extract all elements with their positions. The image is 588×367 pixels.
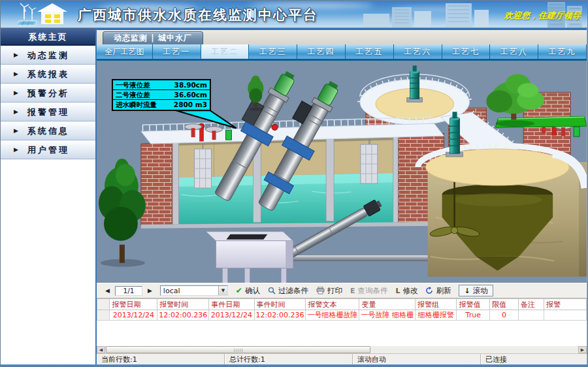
table-cell: 12:02:00.236 (254, 310, 306, 321)
measurement-row: 二号液位差36.60cm (113, 90, 210, 100)
table-cell: 0 (490, 310, 519, 321)
table-cell: 2013/12/24 (110, 310, 157, 321)
measurement-row: 一号液位差38.90cm (113, 80, 210, 90)
process-tab[interactable]: 工艺一 (153, 44, 201, 59)
sidebar-item[interactable]: ▶动态监测 (1, 46, 95, 65)
sludge-pipe (286, 255, 432, 261)
column-header[interactable]: 限值 (490, 299, 519, 310)
process-tab[interactable]: 工艺二 (201, 44, 250, 59)
tree-left (99, 159, 146, 267)
modify-button[interactable]: L 修改 (395, 286, 417, 296)
table-cell: 2013/12/24 (209, 310, 254, 321)
process-tab[interactable]: 工艺五 (346, 44, 394, 59)
status-segment: 滚动自动 (353, 354, 481, 364)
column-header[interactable]: 变量 (359, 299, 416, 310)
modify-icon: L (395, 287, 400, 295)
scroll-right-arrow[interactable]: ▶ (578, 346, 587, 353)
arrow-down-icon: ↓ (464, 287, 470, 295)
acknowledge-button[interactable]: ✔ 确认 (236, 286, 260, 296)
bottom-strip (1, 364, 587, 367)
sidebar-item[interactable]: ▶系统报表 (1, 65, 95, 84)
status-segment: 总计行数:1 (225, 354, 353, 364)
column-header[interactable]: 报警组 (415, 299, 457, 310)
alarm-table: 报警日期报警时间事件日期事件时间报警文本变量报警组报警值限值备注报警2013/1… (97, 298, 587, 321)
table-cell (518, 310, 544, 321)
app-window: 广西城市供水水质在线监测中心平台 欢迎您，住建厅领导 (0, 0, 588, 367)
arrow-right-icon: ▶ (14, 141, 18, 159)
chevron-down-icon[interactable]: ▼ (218, 286, 227, 295)
status-segment: 当前行数:1 (97, 354, 225, 364)
print-button[interactable]: 打印 (316, 286, 342, 296)
table-cell: True (457, 310, 490, 321)
sidebar-item[interactable]: ▶预警分析 (1, 84, 95, 103)
table-cell: 细格栅报警 (415, 310, 457, 321)
arrow-right-icon: ▶ (14, 46, 18, 64)
arrow-right-icon: ▶ (14, 84, 18, 102)
process-tab[interactable]: 工艺三 (249, 44, 297, 59)
platform-logo-icon (18, 2, 76, 27)
table-cell: 一号细格栅故障 (306, 310, 359, 321)
row-selector-cell (97, 310, 110, 321)
view-tab[interactable]: 动态监测 | 城中水厂 (103, 31, 203, 44)
arrow-right-icon: ▶ (14, 65, 18, 83)
column-header[interactable]: 报警时间 (157, 299, 209, 310)
status-bar: 当前行数:1总计行数:1滚动自动已连接 (97, 353, 587, 364)
column-header[interactable]: 报警日期 (110, 299, 157, 310)
sidebar-item[interactable]: ▶用户管理 (1, 140, 95, 159)
column-header[interactable]: 报警 (544, 299, 586, 310)
process-tab[interactable]: 工艺八 (490, 44, 538, 59)
filter-button[interactable]: 过滤条件 (268, 286, 308, 296)
process-diagram: 一号液位差38.90cm二号液位差36.60cm进水瞬时流量2800 m3 (97, 61, 587, 283)
process-tab[interactable]: 工艺九 (538, 44, 587, 59)
refresh-icon (425, 287, 433, 295)
sidebar-item[interactable]: ▶报警管理 (1, 103, 95, 121)
autoscroll-toggle[interactable]: ↓ 滚动 (459, 285, 493, 296)
sidebar-item[interactable]: ▶系统信息 (1, 121, 95, 140)
status-segment: 已连接 (481, 354, 587, 364)
process-tab-bar: 全厂工艺图工艺一工艺二工艺三工艺四工艺五工艺六工艺七工艺八工艺九 (97, 44, 587, 61)
table-cell: 12:02:00.236 (157, 310, 209, 321)
table-row[interactable]: 2013/12/2412:02:00.2362013/12/2412:02:00… (97, 310, 587, 321)
app-title: 广西城市供水水质在线监测中心平台 (78, 6, 318, 24)
server-dropdown[interactable]: local ▼ (160, 285, 228, 296)
scrollbar-thumb[interactable] (106, 346, 370, 353)
view-tab-bar: 动态监测 | 城中水厂 (97, 28, 587, 44)
row-selector-header[interactable] (97, 299, 110, 310)
alarm-toolbar: ◀ 1/1 ▶ local ▼ ✔ 确认 过滤条件 打印 (97, 283, 587, 298)
main-panel: 动态监测 | 城中水厂 全厂工艺图工艺一工艺二工艺三工艺四工艺五工艺六工艺七工艺… (97, 28, 587, 364)
printer-icon (316, 287, 325, 295)
alarm-table-container: 报警日期报警时间事件日期事件时间报警文本变量报警组报警值限值备注报警2013/1… (97, 298, 587, 345)
tree-right (486, 74, 587, 127)
column-header[interactable]: 备注 (518, 299, 544, 310)
check-icon: ✔ (236, 286, 242, 295)
process-tab[interactable]: 全厂工艺图 (97, 44, 153, 59)
server-dropdown-value: local (161, 287, 218, 295)
process-tab[interactable]: 工艺七 (442, 44, 491, 59)
scroll-left-arrow[interactable]: ◀ (97, 346, 105, 353)
welcome-message: 欢迎您，住建厅领导 (504, 10, 581, 22)
table-cell (544, 310, 586, 321)
hopper (206, 232, 293, 283)
next-page-button[interactable]: ▶ (148, 287, 152, 294)
app-header: 广西城市供水水质在线监测中心平台 欢迎您，住建厅领导 (1, 1, 587, 28)
process-tab[interactable]: 工艺六 (394, 44, 442, 59)
column-header[interactable]: 事件日期 (209, 299, 254, 310)
column-header[interactable]: 事件时间 (254, 299, 306, 310)
measurement-callout: 一号液位差38.90cm二号液位差36.60cm进水瞬时流量2800 m3 (112, 79, 211, 111)
sidebar-home[interactable]: 系统主页 (1, 28, 95, 46)
process-tab[interactable]: 工艺四 (297, 44, 346, 59)
query-icon: E (350, 287, 355, 295)
prev-page-button[interactable]: ◀ (105, 287, 110, 294)
column-header[interactable]: 报警文本 (306, 299, 359, 310)
table-cell: 一号故障 细格栅 (359, 310, 416, 321)
column-header[interactable]: 报警值 (457, 299, 490, 310)
measurement-row: 进水瞬时流量2800 m3 (113, 100, 210, 110)
horizontal-scrollbar[interactable]: ◀ ▶ (97, 345, 587, 353)
arrow-right-icon: ▶ (14, 122, 18, 140)
sidebar: 系统主页 ▶动态监测▶系统报表▶预警分析▶报警管理▶系统信息▶用户管理 (1, 28, 97, 364)
page-indicator: 1/1 (115, 286, 142, 296)
arrow-right-icon: ▶ (14, 103, 18, 121)
magnifier-icon (268, 287, 276, 295)
refresh-button[interactable]: 刷新 (425, 286, 451, 296)
query-button[interactable]: E 查询条件 (350, 286, 388, 296)
